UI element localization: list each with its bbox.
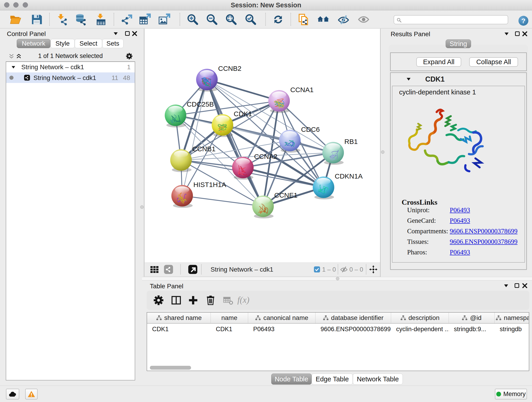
node-HIST1H1A[interactable]: HIST1H1A <box>171 181 226 208</box>
edge-HIST1H1A-CCNE1[interactable] <box>182 196 263 206</box>
selected-checkbox-icon[interactable] <box>314 266 320 273</box>
column-header-description[interactable]: description <box>391 313 449 323</box>
control-panel-float-button[interactable] <box>125 31 130 36</box>
hidden-eye-icon[interactable] <box>340 265 348 273</box>
table-cell[interactable]: CDK1 <box>147 324 211 335</box>
protein-card-header[interactable]: CDK1 <box>391 73 526 86</box>
table-cell[interactable]: stringdb <box>495 324 529 335</box>
column-label: canonical name <box>263 314 308 322</box>
first-neighbors-icon[interactable] <box>317 13 330 26</box>
hide-selected-icon[interactable] <box>337 13 350 26</box>
column-header-namespace[interactable]: namespace <box>495 313 529 323</box>
clone-network-icon[interactable] <box>297 13 310 26</box>
birdseye-grid-icon[interactable] <box>150 264 159 274</box>
node-CDKN1A[interactable]: CDKN1A <box>313 172 363 199</box>
table-horizontal-scrollbar[interactable] <box>148 366 528 370</box>
tab-node-table[interactable]: Node Table <box>271 374 312 385</box>
horizontal-splitter-handle[interactable] <box>336 277 339 280</box>
table-cell[interactable]: CDK1 <box>211 324 248 335</box>
toolbar-separator <box>180 13 180 26</box>
collapse-all-button[interactable]: Collapse All <box>469 57 518 67</box>
memory-button[interactable]: Memory <box>495 389 527 400</box>
edge-CCNB2-CCNA1[interactable] <box>207 80 279 101</box>
fit-content-crosshair-icon[interactable] <box>369 265 378 274</box>
crosslink-link[interactable]: P06493 <box>450 217 470 224</box>
toolbar-separator <box>265 13 266 26</box>
zoom-fit-icon[interactable] <box>225 13 238 26</box>
right-splitter[interactable] <box>380 29 380 277</box>
collection-expander-icon[interactable] <box>11 65 16 70</box>
refresh-icon[interactable] <box>272 13 285 26</box>
export-network-icon[interactable] <box>120 13 133 26</box>
table-columns-icon[interactable] <box>170 294 182 306</box>
table-settings-gear-icon[interactable] <box>152 294 165 306</box>
crosslink-link[interactable]: 9606.ENSP00000378699 <box>450 238 518 245</box>
protein-card-expander-icon[interactable] <box>406 76 412 82</box>
node-CDC25B[interactable]: CDC25B <box>165 100 214 128</box>
column-header-database-identifier[interactable]: database identifier <box>316 313 391 323</box>
tab-edge-table[interactable]: Edge Table <box>312 374 353 385</box>
expand-all-button[interactable]: Expand All <box>416 57 461 67</box>
tab-network-table[interactable]: Network Table <box>353 374 403 385</box>
export-table-icon[interactable] <box>138 13 152 26</box>
table-panel-menu-icon[interactable] <box>503 283 509 289</box>
import-network-icon[interactable] <box>56 13 69 26</box>
results-panel-float-button[interactable] <box>515 32 520 36</box>
cloud-button[interactable] <box>6 389 19 400</box>
warnings-button[interactable] <box>25 389 38 400</box>
table-panel-float-button[interactable] <box>515 283 519 288</box>
table-row[interactable]: CDK1CDK1P064939606.ENSP00000378699cyclin… <box>147 324 529 335</box>
open-folder-icon[interactable] <box>9 13 22 26</box>
table-add-column-icon[interactable] <box>187 294 199 306</box>
network-node-count: 11 <box>112 74 118 82</box>
crosslink-link[interactable]: P06493 <box>450 206 470 214</box>
import-table-icon[interactable] <box>94 13 108 26</box>
node-RB1[interactable]: RB1 <box>322 138 358 165</box>
column-header-shared-name[interactable]: shared name <box>147 313 211 323</box>
network-row[interactable]: String Network – cdk1 11 48 <box>6 72 135 83</box>
left-splitter-handle[interactable] <box>140 205 144 209</box>
column-header--id[interactable]: @id <box>449 313 495 323</box>
network-collection-row[interactable]: String Network – cdk1 1 <box>6 62 135 72</box>
node-CCNA1[interactable]: CCNA1 <box>268 86 314 113</box>
network-share-icon[interactable] <box>164 264 173 274</box>
open-in-window-icon[interactable] <box>188 264 198 274</box>
save-session-icon[interactable] <box>30 13 43 26</box>
results-panel-close-icon[interactable] <box>522 31 528 37</box>
crosslink-link[interactable]: 9606.ENSP00000378699 <box>450 227 518 235</box>
table-cell[interactable]: stringdb:9... <box>449 324 495 335</box>
table-cell[interactable]: P06493 <box>248 324 316 335</box>
control-panel-menu-icon[interactable] <box>113 31 119 37</box>
zoom-in-icon[interactable] <box>186 13 199 26</box>
tab-style[interactable]: Style <box>51 39 75 48</box>
left-splitter[interactable] <box>144 29 144 277</box>
zoom-out-icon[interactable] <box>205 13 219 26</box>
edge-CCNB2-HIST1H1A[interactable] <box>182 80 207 196</box>
tab-sets[interactable]: Sets <box>102 39 123 48</box>
control-panel-close-icon[interactable] <box>132 31 138 36</box>
table-panel-close-icon[interactable] <box>522 283 528 288</box>
import-database-icon[interactable] <box>74 13 88 26</box>
table-cell[interactable]: cyclin-dependent ... <box>391 324 449 335</box>
table-delete-icon[interactable] <box>205 294 216 306</box>
crosslink-link[interactable]: P06493 <box>450 249 470 256</box>
table-cell[interactable]: 9606.ENSP00000378699 <box>316 324 391 335</box>
help-button[interactable]: ? <box>519 16 528 26</box>
tab-string[interactable]: String <box>446 39 471 48</box>
node-CCNE1[interactable]: CCNE1 <box>252 191 298 218</box>
column-header-canonical-name[interactable]: canonical name <box>248 313 316 323</box>
column-header-name[interactable]: name <box>211 313 248 323</box>
tab-select[interactable]: Select <box>75 39 102 48</box>
search-input[interactable] <box>404 16 507 23</box>
scrollbar-thumb[interactable] <box>150 366 191 370</box>
show-all-icon[interactable] <box>357 13 370 26</box>
node-CDC6[interactable]: CDC6 <box>279 126 320 153</box>
zoom-selected-icon[interactable] <box>244 13 257 26</box>
results-panel-menu-icon[interactable] <box>504 31 510 37</box>
export-image-icon[interactable] <box>158 13 171 26</box>
tab-network[interactable]: Network <box>17 39 51 48</box>
network-canvas[interactable]: CCNB2CCNA1CDC25BCDK1CDC6RB1CCNB1CCNA2CDK… <box>145 29 380 262</box>
node-label-CCNA1: CCNA1 <box>290 86 314 94</box>
network-options-gear-icon[interactable] <box>126 53 133 60</box>
table-panel-title: Table Panel <box>150 283 183 290</box>
